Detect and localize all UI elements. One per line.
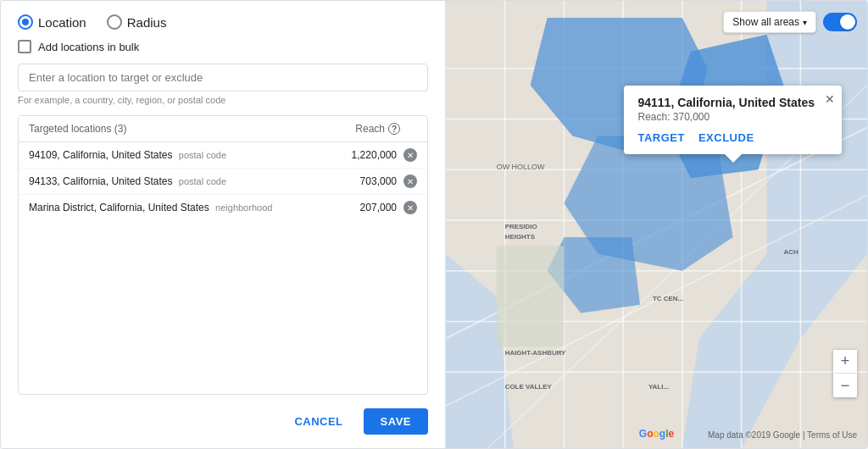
row-name-1: 94109, California, United States postal … bbox=[29, 149, 352, 161]
row-close-1[interactable]: ✕ bbox=[403, 148, 417, 162]
svg-text:YALI...: YALI... bbox=[648, 383, 669, 391]
locations-table: Targeted locations (3) Reach ? 94109, Ca… bbox=[18, 115, 428, 395]
row-name-2: 94133, California, United States postal … bbox=[29, 175, 360, 187]
map-panel: OW HOLLOW PRESIDIO HEIGHTS TC CEN... HAI… bbox=[446, 1, 867, 448]
svg-text:HEIGHTS: HEIGHTS bbox=[505, 233, 535, 241]
svg-text:ACH: ACH bbox=[783, 248, 798, 256]
map-popup: ✕ 94111, California, United States Reach… bbox=[624, 86, 842, 154]
table-row: 94109, California, United States postal … bbox=[19, 142, 427, 169]
zoom-in-button[interactable]: + bbox=[833, 350, 857, 374]
cancel-button[interactable]: CANCEL bbox=[284, 408, 353, 435]
row-tag-3: neighborhood bbox=[215, 202, 272, 213]
table-row: Marina District, California, United Stat… bbox=[19, 195, 427, 220]
svg-text:TC CEN...: TC CEN... bbox=[653, 295, 683, 302]
row-tag-2: postal code bbox=[179, 176, 226, 186]
svg-text:PRESIDIO: PRESIDIO bbox=[505, 223, 537, 230]
toggle-knob bbox=[840, 14, 855, 30]
footer-buttons: CANCEL SAVE bbox=[18, 405, 428, 435]
row-close-3[interactable]: ✕ bbox=[403, 201, 417, 214]
table-header: Targeted locations (3) Reach ? bbox=[19, 116, 427, 142]
svg-text:OW HOLLOW: OW HOLLOW bbox=[497, 163, 545, 171]
popup-reach: Reach: 370,000 bbox=[637, 111, 828, 123]
popup-tail bbox=[725, 154, 742, 163]
row-reach-2: 703,000 bbox=[360, 175, 397, 187]
radius-radio[interactable]: Radius bbox=[107, 14, 167, 30]
bulk-checkbox-label: Add locations in bulk bbox=[38, 41, 139, 53]
search-input[interactable] bbox=[29, 71, 417, 84]
row-tag-1: postal code bbox=[179, 150, 226, 160]
row-name-3: Marina District, California, United Stat… bbox=[29, 202, 360, 213]
zoom-out-button[interactable]: − bbox=[833, 374, 857, 397]
search-input-wrapper[interactable] bbox=[18, 64, 428, 91]
chevron-down-icon: ▾ bbox=[803, 18, 807, 27]
show-areas-toggle[interactable] bbox=[823, 13, 857, 31]
google-logo: Google bbox=[639, 428, 674, 440]
table-header-label: Targeted locations (3) bbox=[29, 123, 126, 135]
location-radio-circle bbox=[18, 14, 33, 30]
reach-info-icon[interactable]: ? bbox=[388, 123, 400, 135]
main-container: Location Radius Add locations in bulk Fo… bbox=[0, 0, 868, 449]
left-panel: Location Radius Add locations in bulk Fo… bbox=[1, 1, 446, 448]
show-all-areas-label: Show all areas bbox=[732, 16, 799, 28]
svg-rect-25 bbox=[497, 246, 565, 347]
radius-radio-circle bbox=[107, 14, 122, 30]
location-radio-label: Location bbox=[38, 15, 86, 30]
radius-radio-label: Radius bbox=[127, 15, 167, 30]
popup-target-button[interactable]: TARGET bbox=[637, 131, 684, 144]
popup-close-button[interactable]: ✕ bbox=[825, 92, 835, 106]
bulk-checkbox[interactable] bbox=[18, 40, 31, 53]
table-header-reach: Reach ? bbox=[355, 123, 417, 135]
row-close-2[interactable]: ✕ bbox=[403, 175, 417, 188]
svg-text:HAIGHT-ASHBURY: HAIGHT-ASHBURY bbox=[505, 349, 566, 357]
reach-label: Reach bbox=[355, 123, 385, 135]
map-background: OW HOLLOW PRESIDIO HEIGHTS TC CEN... HAI… bbox=[446, 1, 867, 448]
svg-text:COLE VALLEY: COLE VALLEY bbox=[505, 383, 553, 391]
show-all-areas-button[interactable]: Show all areas ▾ bbox=[723, 11, 816, 33]
table-row: 94133, California, United States postal … bbox=[19, 169, 427, 195]
search-hint: For example, a country, city, region, or… bbox=[18, 95, 428, 105]
location-radio[interactable]: Location bbox=[18, 14, 86, 30]
bulk-checkbox-row[interactable]: Add locations in bulk bbox=[18, 40, 428, 53]
radio-group: Location Radius bbox=[18, 14, 428, 30]
row-reach-1: 1,220,000 bbox=[352, 149, 397, 161]
popup-actions: TARGET EXCLUDE bbox=[637, 131, 828, 144]
zoom-controls: + − bbox=[833, 350, 857, 397]
popup-exclude-button[interactable]: EXCLUDE bbox=[698, 131, 754, 144]
map-attribution: Map data ©2019 Google | Terms of Use bbox=[708, 430, 857, 440]
save-button[interactable]: SAVE bbox=[364, 408, 428, 435]
popup-title: 94111, California, United States bbox=[637, 96, 828, 109]
row-reach-3: 207,000 bbox=[360, 202, 397, 213]
map-top-bar: Show all areas ▾ bbox=[723, 11, 857, 33]
